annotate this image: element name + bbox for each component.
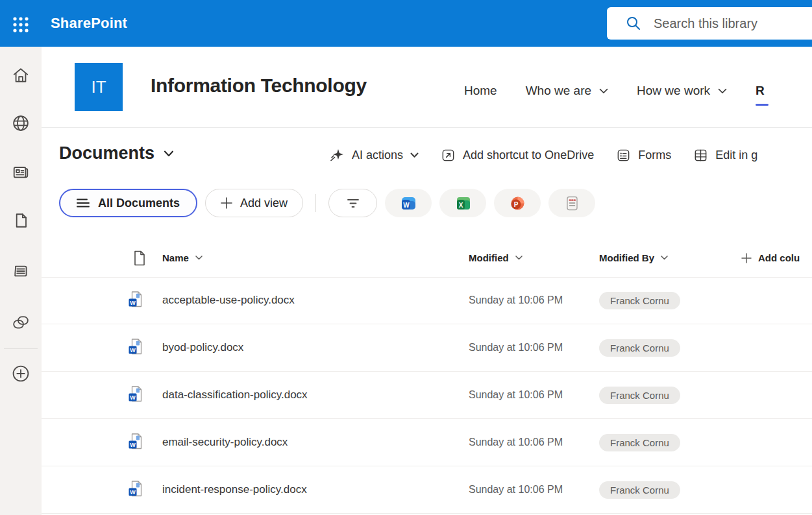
filter-icon xyxy=(347,198,360,208)
filter-powerpoint-button[interactable]: P xyxy=(494,189,541,217)
column-label: Modified By xyxy=(599,252,654,263)
view-pill-all-documents[interactable]: All Documents xyxy=(59,189,197,217)
file-icon xyxy=(132,250,147,267)
column-label: Name xyxy=(162,252,189,263)
svg-text:W: W xyxy=(403,201,410,208)
modified-by-column-header[interactable]: Modified By xyxy=(599,252,740,263)
chevron-down-icon xyxy=(410,152,419,158)
add-column-button[interactable]: Add colu xyxy=(740,252,812,263)
search-box[interactable] xyxy=(607,7,812,40)
current-view-label: All Documents xyxy=(98,197,180,210)
globe-icon xyxy=(10,113,31,134)
filters-button[interactable] xyxy=(328,189,377,217)
ai-actions-button[interactable]: AI actions xyxy=(329,147,419,163)
toolbar-divider xyxy=(315,194,316,212)
excel-app-icon: X xyxy=(454,195,472,212)
file-type-column-header[interactable] xyxy=(127,250,162,267)
person-pill[interactable]: Franck Cornu xyxy=(599,434,680,451)
name-column-header[interactable]: Name xyxy=(162,252,469,263)
nav-label: Home xyxy=(464,84,497,98)
modified-by-cell: Franck Cornu xyxy=(599,481,740,499)
rail-create-button[interactable] xyxy=(10,363,31,384)
library-title: Documents xyxy=(59,143,154,163)
site-title[interactable]: Information Technology xyxy=(151,75,367,97)
chevron-down-icon xyxy=(515,256,523,260)
grid-icon xyxy=(693,148,708,163)
table-header-row: Name Modified Modified By Add colu xyxy=(42,239,812,278)
person-pill[interactable]: Franck Cornu xyxy=(599,481,680,499)
rail-sites-button[interactable] xyxy=(10,113,31,134)
table-row[interactable]: W byod-policy.docx Sunday at 10:06 PM Fr… xyxy=(42,324,812,372)
rail-news-button[interactable] xyxy=(10,162,31,183)
library-title-menu[interactable]: Documents xyxy=(59,143,174,163)
svg-text:P: P xyxy=(513,200,518,208)
file-name-link[interactable]: incident-response-policy.docx xyxy=(162,483,469,496)
word-file-icon: W xyxy=(127,433,162,453)
modified-cell: Sunday at 10:06 PM xyxy=(469,294,599,306)
file-name-link[interactable]: acceptable-use-policy.docx xyxy=(162,294,469,307)
chevron-down-icon xyxy=(661,256,668,260)
modified-by-cell: Franck Cornu xyxy=(599,434,740,451)
home-icon xyxy=(10,65,31,86)
filter-onenote-button[interactable] xyxy=(548,189,595,217)
forms-icon xyxy=(616,148,631,163)
word-file-icon: W xyxy=(127,291,162,311)
nav-label: How we work xyxy=(637,84,710,98)
powerpoint-app-icon: P xyxy=(509,195,526,212)
add-shortcut-label: Add shortcut to OneDrive xyxy=(463,149,594,162)
table-row[interactable]: W acceptable-use-policy.docx Sunday at 1… xyxy=(42,277,812,324)
list-view-icon xyxy=(77,198,90,208)
search-icon xyxy=(625,15,642,32)
word-file-icon: W xyxy=(127,480,162,500)
app-launcher-button[interactable] xyxy=(8,12,33,37)
file-name-link[interactable]: byod-policy.docx xyxy=(162,341,469,354)
nav-item-who-we-are[interactable]: Who we are xyxy=(526,84,608,98)
nav-item-resources[interactable]: R xyxy=(756,84,765,98)
add-view-label: Add view xyxy=(240,197,288,210)
rail-pages-button[interactable] xyxy=(10,210,31,231)
app-rail xyxy=(0,47,42,515)
lists-icon xyxy=(10,261,31,281)
file-name-link[interactable]: data-classification-policy.docx xyxy=(162,389,469,401)
rail-home-button[interactable] xyxy=(10,65,31,86)
person-pill[interactable]: Franck Cornu xyxy=(599,387,680,404)
person-pill[interactable]: Franck Cornu xyxy=(599,339,680,357)
plus-icon xyxy=(741,253,752,263)
rail-lists-button[interactable] xyxy=(10,261,31,281)
add-shortcut-onedrive-button[interactable]: Add shortcut to OneDrive xyxy=(441,148,594,163)
modified-by-cell: Franck Cornu xyxy=(599,339,740,357)
link-icon xyxy=(10,312,31,333)
modified-cell: Sunday at 10:06 PM xyxy=(469,484,599,496)
file-name-link[interactable]: email-security-policy.docx xyxy=(162,436,469,449)
chevron-down-icon xyxy=(164,150,174,157)
modified-by-cell: Franck Cornu xyxy=(599,292,740,309)
table-row[interactable]: W data-classification-policy.docx Sunday… xyxy=(42,372,812,419)
rail-links-button[interactable] xyxy=(10,312,31,333)
add-circle-icon xyxy=(10,363,31,384)
table-row[interactable]: W email-security-policy.docx Sunday at 1… xyxy=(42,419,812,466)
word-file-icon: W xyxy=(127,385,162,405)
filter-excel-button[interactable]: X xyxy=(439,189,486,217)
svg-text:X: X xyxy=(458,201,463,208)
person-pill[interactable]: Franck Cornu xyxy=(599,292,680,309)
svg-text:W: W xyxy=(130,441,136,448)
site-navigation: Home Who we are How we work R xyxy=(464,47,765,127)
command-bar: AI actions Add shortcut to OneDrive Form… xyxy=(329,144,757,166)
search-input[interactable] xyxy=(652,16,804,32)
nav-item-how-we-work[interactable]: How we work xyxy=(637,84,727,98)
nav-label: R xyxy=(756,84,765,98)
add-view-button[interactable]: Add view xyxy=(205,189,303,217)
modified-by-cell: Franck Cornu xyxy=(599,387,740,404)
site-logo[interactable]: IT xyxy=(75,63,123,111)
sparkle-icon xyxy=(329,147,345,163)
nav-item-home[interactable]: Home xyxy=(464,84,497,98)
main-content: IT Information Technology Home Who we ar… xyxy=(42,47,812,515)
filter-word-button[interactable]: W xyxy=(385,189,432,217)
table-row[interactable]: W incident-response-policy.docx Sunday a… xyxy=(42,466,812,514)
word-file-icon: W xyxy=(127,338,162,358)
edit-in-grid-view-button[interactable]: Edit in g xyxy=(693,148,757,163)
modified-column-header[interactable]: Modified xyxy=(469,252,599,263)
views-toolbar: All Documents Add view W xyxy=(59,188,595,218)
forms-button[interactable]: Forms xyxy=(616,148,671,163)
app-brand[interactable]: SharePoint xyxy=(51,0,127,47)
